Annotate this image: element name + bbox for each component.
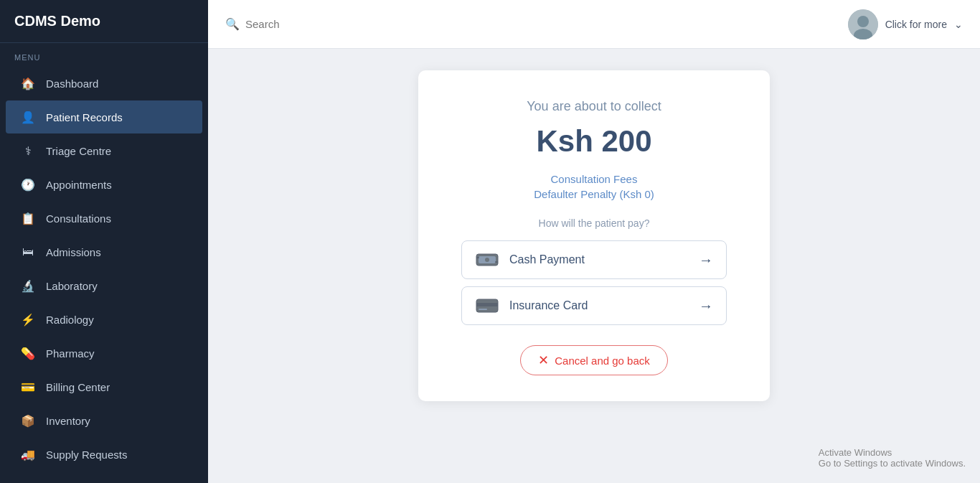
sidebar-label-radiology: Radiology xyxy=(46,314,94,326)
sidebar-label-dashboard: Dashboard xyxy=(46,78,98,90)
sidebar-item-dashboard[interactable]: 🏠 Dashboard xyxy=(6,67,202,100)
sidebar-item-pharmacy[interactable]: 💊 Pharmacy xyxy=(6,337,202,370)
sidebar-item-supply[interactable]: 🚚 Supply Requests xyxy=(6,438,202,471)
insurance-icon xyxy=(475,297,499,314)
header: 🔍 Click for more ⌄ xyxy=(208,0,980,49)
svg-rect-10 xyxy=(479,309,487,310)
fee-line-1: Consultation Fees xyxy=(551,173,638,185)
sidebar-icon-patient-records: 👤 xyxy=(20,109,36,125)
sidebar-icon-triage: ⚕ xyxy=(20,143,36,159)
sidebar-icon-radiology: ⚡ xyxy=(20,311,36,327)
cash-icon xyxy=(475,251,499,268)
payment-options: Cash Payment → Insurance Card → xyxy=(461,240,727,325)
fee-line-2: Defaulter Penalty (Ksh 0) xyxy=(534,188,654,200)
cancel-icon: ✕ xyxy=(538,352,549,368)
sidebar-item-radiology[interactable]: ⚡ Radiology xyxy=(6,303,202,336)
cancel-label: Cancel and go back xyxy=(555,355,650,367)
sidebar-icon-inventory: 📦 xyxy=(20,413,36,428)
main-area: 🔍 Click for more ⌄ You are about to coll… xyxy=(208,0,980,483)
avatar xyxy=(848,9,878,39)
sidebar-label-pharmacy: Pharmacy xyxy=(46,347,95,360)
sidebar: CDMS Demo MENU 🏠 Dashboard 👤 Patient Rec… xyxy=(0,0,208,483)
search-icon: 🔍 xyxy=(225,17,240,31)
sidebar-item-consultations[interactable]: 📋 Consultations xyxy=(6,202,202,235)
sidebar-icon-admissions: 🛏 xyxy=(20,244,36,260)
sidebar-item-laboratory[interactable]: 🔬 Laboratory xyxy=(6,269,202,302)
svg-rect-9 xyxy=(476,303,498,306)
search-input[interactable] xyxy=(245,18,389,30)
insurance-payment-arrow: → xyxy=(699,298,713,314)
sidebar-label-laboratory: Laboratory xyxy=(46,280,98,292)
cash-payment-option[interactable]: Cash Payment → xyxy=(461,240,727,279)
sidebar-item-inventory[interactable]: 📦 Inventory xyxy=(6,404,202,437)
sidebar-item-admissions[interactable]: 🛏 Admissions xyxy=(6,235,202,268)
sidebar-item-patient-records[interactable]: 👤 Patient Records xyxy=(6,100,202,133)
cancel-button[interactable]: ✕ Cancel and go back xyxy=(520,345,668,375)
sidebar-label-billing: Billing Center xyxy=(46,381,110,393)
insurance-payment-label: Insurance Card xyxy=(509,299,689,312)
sidebar-label-supply: Supply Requests xyxy=(46,449,127,461)
sidebar-icon-billing: 💳 xyxy=(20,379,36,395)
sidebar-icon-pharmacy: 💊 xyxy=(20,345,36,361)
svg-point-5 xyxy=(485,258,489,262)
sidebar-label-consultations: Consultations xyxy=(46,212,111,225)
cash-payment-arrow: → xyxy=(699,252,713,268)
menu-label: MENU xyxy=(0,43,208,66)
sidebar-label-triage: Triage Centre xyxy=(46,145,111,157)
insurance-payment-option[interactable]: Insurance Card → xyxy=(461,286,727,325)
sidebar-icon-consultations: 📋 xyxy=(20,210,36,226)
sidebar-icon-appointments: 🕐 xyxy=(20,177,36,192)
collect-label: You are about to collect xyxy=(527,99,661,114)
sidebar-label-patient-records: Patient Records xyxy=(46,111,123,123)
sidebar-nav: 🏠 Dashboard 👤 Patient Records ⚕ Triage C… xyxy=(0,66,208,472)
sidebar-icon-supply: 🚚 xyxy=(20,446,36,462)
amount-label: Ksh 200 xyxy=(536,124,651,159)
fees-section: Consultation Fees Defaulter Penalty (Ksh… xyxy=(534,173,654,200)
svg-point-1 xyxy=(857,16,869,27)
sidebar-item-billing[interactable]: 💳 Billing Center xyxy=(6,370,202,403)
chevron-down-icon[interactable]: ⌄ xyxy=(954,19,963,30)
pay-question: How will the patient pay? xyxy=(539,217,650,229)
sidebar-item-appointments[interactable]: 🕐 Appointments xyxy=(6,168,202,201)
header-right: Click for more ⌄ xyxy=(848,9,963,39)
sidebar-icon-laboratory: 🔬 xyxy=(20,278,36,294)
cash-payment-label: Cash Payment xyxy=(509,253,689,266)
svg-rect-7 xyxy=(495,261,498,263)
payment-card: You are about to collect Ksh 200 Consult… xyxy=(418,70,770,401)
sidebar-label-inventory: Inventory xyxy=(46,415,90,427)
svg-rect-6 xyxy=(476,257,479,258)
sidebar-label-appointments: Appointments xyxy=(46,179,112,191)
sidebar-icon-dashboard: 🏠 xyxy=(20,75,36,91)
search-container: 🔍 xyxy=(225,17,839,31)
click-more-label[interactable]: Click for more xyxy=(885,19,947,30)
content-area: You are about to collect Ksh 200 Consult… xyxy=(208,49,980,483)
app-logo: CDMS Demo xyxy=(0,0,208,43)
sidebar-label-admissions: Admissions xyxy=(46,246,101,258)
sidebar-item-triage[interactable]: ⚕ Triage Centre xyxy=(6,134,202,167)
